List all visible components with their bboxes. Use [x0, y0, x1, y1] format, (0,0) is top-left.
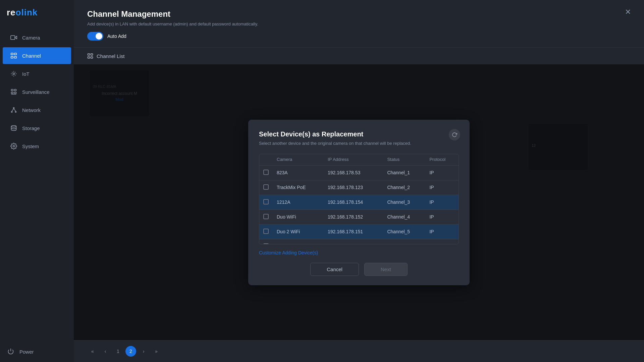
svg-rect-20 — [91, 54, 93, 55]
row-status: Channel_5 — [383, 224, 425, 239]
row-checkbox[interactable] — [263, 199, 269, 204]
pagination-next[interactable]: › — [138, 346, 149, 357]
row-ip: 192.168.178.152 — [324, 209, 383, 224]
pagination-prev[interactable]: ‹ — [100, 346, 111, 357]
row-status: Channel_1 — [383, 165, 425, 180]
svg-point-13 — [15, 111, 16, 112]
toggle-knob — [96, 33, 102, 40]
row-checkbox[interactable] — [263, 170, 269, 175]
modal-title: Select Device(s) as Replacement — [259, 130, 459, 138]
row-protocol: IP — [425, 165, 459, 180]
col-checkbox — [259, 154, 273, 166]
col-camera: Camera — [273, 154, 324, 166]
table-row[interactable]: TrackMix PoE 192.168.178.123 Channel_2 I… — [259, 180, 459, 195]
row-checkbox-cell — [259, 195, 273, 209]
row-ip: 192.168.178.53 — [324, 165, 383, 180]
sidebar: reolink Camera Channel — [0, 0, 74, 362]
sidebar-item-camera[interactable]: Camera — [3, 29, 71, 46]
pagination-page-1[interactable]: 1 — [113, 346, 123, 357]
camera-icon — [10, 34, 17, 41]
main-header: Channel Management Add device(s) in LAN … — [74, 0, 644, 48]
section-header: Channel List — [74, 48, 644, 64]
pagination: « ‹ 1 2 › » — [74, 340, 644, 362]
col-ip: IP Address — [324, 154, 383, 166]
row-protocol: IP — [425, 239, 459, 244]
auto-add-toggle[interactable] — [87, 32, 103, 41]
power-label: Power — [19, 349, 34, 355]
sidebar-footer-power[interactable]: Power — [0, 341, 74, 362]
table-row[interactable]: 1212A 192.168.178.154 Channel_3 IP — [259, 195, 459, 209]
modal-footer: Cancel Next — [259, 263, 459, 276]
sidebar-item-iot[interactable]: IoT — [3, 65, 71, 82]
channel-icon — [10, 52, 17, 59]
row-ip: 192.168.178.154 — [324, 195, 383, 209]
row-checkbox[interactable] — [263, 214, 269, 219]
sidebar-item-system[interactable]: System — [3, 138, 71, 155]
row-status: Channel_4 — [383, 209, 425, 224]
close-button[interactable]: ✕ — [622, 6, 634, 18]
pagination-page-2[interactable]: 2 — [125, 346, 136, 357]
svg-rect-6 — [11, 89, 13, 91]
logo-text: reolink — [7, 7, 38, 18]
network-icon — [10, 106, 17, 114]
system-icon — [10, 142, 17, 150]
svg-line-15 — [14, 109, 16, 111]
svg-point-5 — [13, 73, 15, 75]
row-checkbox-cell — [259, 239, 273, 244]
modal-refresh-button[interactable] — [449, 129, 460, 140]
logo-link-part: olink — [16, 7, 38, 17]
row-protocol: IP — [425, 180, 459, 195]
col-status: Status — [383, 154, 425, 166]
row-checkbox-cell — [259, 165, 273, 180]
svg-line-14 — [12, 109, 14, 111]
svg-rect-3 — [11, 57, 13, 58]
sidebar-item-channel[interactable]: Channel — [3, 47, 71, 64]
svg-rect-2 — [14, 53, 17, 55]
row-checkbox[interactable] — [263, 229, 269, 234]
page-title: Channel Management — [87, 9, 631, 19]
svg-rect-4 — [14, 57, 17, 58]
sidebar-item-label-system: System — [22, 143, 39, 149]
pagination-last[interactable]: » — [151, 346, 162, 357]
row-checkbox[interactable] — [263, 243, 269, 244]
row-checkbox[interactable] — [263, 184, 269, 190]
svg-rect-1 — [11, 53, 13, 55]
table-row[interactable]: 823A 192.168.178.53 Channel_1 IP — [259, 165, 459, 180]
row-checkbox-cell — [259, 209, 273, 224]
svg-point-17 — [13, 145, 15, 147]
channel-area: 09 RLC-81MA Incorrect account M Mod 12 S… — [74, 64, 644, 340]
sidebar-nav: Camera Channel Io — [0, 25, 74, 341]
logo: reolink — [0, 0, 74, 25]
sidebar-item-network[interactable]: Network — [3, 102, 71, 118]
device-table-wrapper[interactable]: Camera IP Address Status Protocol 823A 1… — [259, 154, 459, 244]
logo-re-part: re — [7, 7, 16, 17]
row-protocol: IP — [425, 209, 459, 224]
iot-icon — [10, 70, 17, 77]
next-button[interactable]: Next — [364, 263, 408, 276]
svg-rect-22 — [91, 57, 93, 58]
channel-list-icon — [87, 53, 93, 59]
row-protocol: IP — [425, 224, 459, 239]
svg-rect-8 — [11, 92, 13, 94]
row-camera: Duo WiFi — [273, 209, 324, 224]
sidebar-item-storage[interactable]: Storage — [3, 120, 71, 136]
auto-add-row: Auto Add — [87, 32, 631, 41]
main-content: ✕ Channel Management Add device(s) in LA… — [74, 0, 644, 362]
row-status: Channel_6 — [383, 239, 425, 244]
power-icon — [7, 348, 15, 355]
svg-rect-21 — [88, 57, 90, 58]
table-row[interactable]: 822A 192.168.178.54 Channel_6 IP — [259, 239, 459, 244]
customize-link[interactable]: Customize Adding Device(s) — [259, 250, 318, 255]
row-ip: 192.168.178.54 — [324, 239, 383, 244]
row-checkbox-cell — [259, 180, 273, 195]
row-camera: 1212A — [273, 195, 324, 209]
col-protocol: Protocol — [425, 154, 459, 166]
pagination-first[interactable]: « — [87, 346, 98, 357]
page-subtitle: Add device(s) in LAN with default userna… — [87, 21, 631, 26]
svg-point-11 — [13, 108, 14, 109]
cancel-button[interactable]: Cancel — [310, 263, 359, 276]
sidebar-item-surveillance[interactable]: Surveillance — [3, 83, 71, 100]
table-row[interactable]: Duo 2 WiFi 192.168.178.151 Channel_5 IP — [259, 224, 459, 239]
table-row[interactable]: Duo WiFi 192.168.178.152 Channel_4 IP — [259, 209, 459, 224]
sidebar-item-label-storage: Storage — [22, 125, 40, 131]
